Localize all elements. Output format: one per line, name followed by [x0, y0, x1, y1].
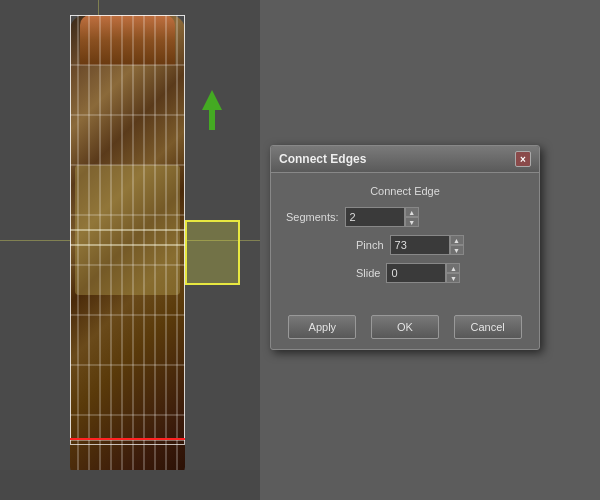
- scene-background: [0, 0, 260, 500]
- close-button[interactable]: ×: [515, 151, 531, 167]
- ok-button[interactable]: OK: [371, 315, 439, 339]
- segments-label: Segments:: [286, 211, 339, 223]
- segments-input[interactable]: [345, 207, 405, 227]
- 3d-viewport[interactable]: Connect Edges × Connect Edge Segments: ▲…: [0, 0, 600, 500]
- slide-input[interactable]: [386, 263, 446, 283]
- object-container: [30, 10, 225, 480]
- edge-highlight: [185, 220, 240, 285]
- move-arrow: [202, 90, 222, 133]
- pinch-spinner-buttons: ▲ ▼: [450, 235, 464, 255]
- dialog-buttons: Apply OK Cancel: [271, 307, 539, 349]
- slide-up-btn[interactable]: ▲: [446, 263, 460, 273]
- dialog-titlebar: Connect Edges ×: [271, 146, 539, 173]
- pinch-spinner[interactable]: ▲ ▼: [390, 235, 464, 255]
- pinch-up-btn[interactable]: ▲: [450, 235, 464, 245]
- slide-spinner-buttons: ▲ ▼: [446, 263, 460, 283]
- segments-row: Segments: ▲ ▼: [286, 207, 524, 227]
- pinch-down-btn[interactable]: ▼: [450, 245, 464, 255]
- cancel-button[interactable]: Cancel: [454, 315, 522, 339]
- dialog-title: Connect Edges: [279, 152, 366, 166]
- connect-edges-dialog: Connect Edges × Connect Edge Segments: ▲…: [270, 145, 540, 350]
- svg-marker-21: [202, 90, 222, 130]
- bottom-panel: [0, 470, 260, 500]
- segments-spinner-buttons: ▲ ▼: [405, 207, 419, 227]
- selection-box: [70, 15, 185, 445]
- slide-label: Slide: [356, 267, 380, 279]
- slide-spinner[interactable]: ▲ ▼: [386, 263, 460, 283]
- segments-spinner[interactable]: ▲ ▼: [345, 207, 419, 227]
- slide-down-btn[interactable]: ▼: [446, 273, 460, 283]
- pinch-label: Pinch: [356, 239, 384, 251]
- section-title: Connect Edge: [286, 185, 524, 197]
- apply-button[interactable]: Apply: [288, 315, 356, 339]
- slide-row: Slide ▲ ▼: [356, 263, 524, 283]
- segments-down-btn[interactable]: ▼: [405, 217, 419, 227]
- bottom-edge-line: [70, 438, 185, 440]
- pinch-row: Pinch ▲ ▼: [356, 235, 524, 255]
- segments-up-btn[interactable]: ▲: [405, 207, 419, 217]
- dialog-content: Connect Edge Segments: ▲ ▼ Pinch: [271, 173, 539, 307]
- pinch-input[interactable]: [390, 235, 450, 255]
